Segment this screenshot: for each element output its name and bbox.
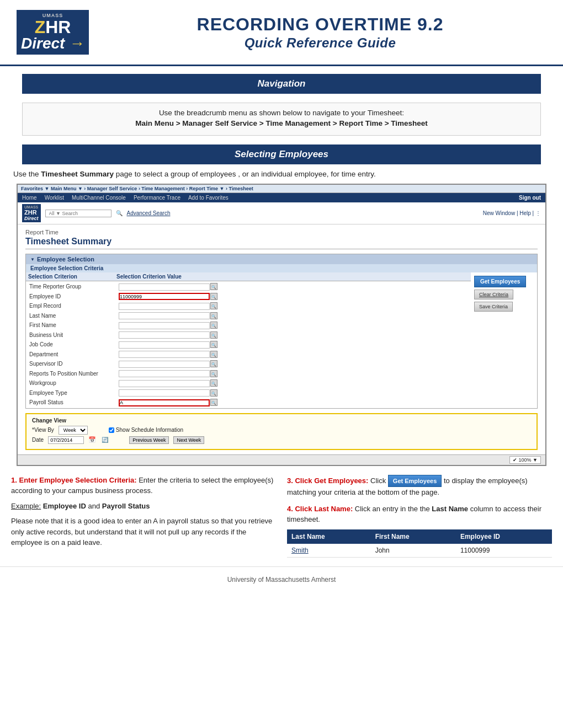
main-title: Recording Overtime 9.2	[94, 14, 546, 35]
nav-sign-out[interactable]: Sign out	[519, 195, 541, 201]
nav-desc: Use the breadcrumb menu as shown below t…	[34, 109, 529, 117]
app-searchbar: UMASS ZHR Direct 🔍 Advanced Search New W…	[18, 202, 545, 224]
criteria-value-payroll-status[interactable]: 🔍	[116, 398, 470, 407]
emp-last-name[interactable]: Smith	[287, 544, 371, 558]
search-icon-emp-type[interactable]: 🔍	[210, 389, 217, 397]
table-row: Employee Type 🔍	[27, 389, 470, 398]
criteria-value-job-code[interactable]: 🔍	[116, 340, 470, 349]
clear-criteria-button[interactable]: Clear Criteria	[474, 290, 513, 299]
table-row: Last Name 🔍	[27, 312, 470, 320]
view-by-row: *View By Week Show Schedule Information	[32, 426, 531, 435]
show-schedule-label: Show Schedule Information	[116, 427, 183, 433]
criteria-value-business-unit[interactable]: 🔍	[116, 331, 470, 340]
criteria-label-empl-record: Empl Record	[27, 302, 115, 311]
table-row: Payroll Status 🔍	[27, 398, 470, 407]
criteria-value-time-reporter[interactable]: 🔍	[116, 282, 470, 291]
magnifier-icon[interactable]: 🔍	[116, 210, 123, 216]
search-icon-empl-record[interactable]: 🔍	[210, 302, 217, 309]
header-title: Recording Overtime 9.2 Quick Reference G…	[94, 14, 546, 50]
select-section: Selecting Employees Use the Timesheet Su…	[11, 144, 552, 466]
emp-last-name-link[interactable]: Smith	[291, 547, 309, 554]
timesheet-summary-title: Timesheet Summary	[25, 237, 538, 249]
logo-zhr-text: ZHR	[35, 18, 71, 36]
emp-sel-subheader: Employee Selection Criteria	[26, 264, 537, 272]
search-icon-last-name[interactable]: 🔍	[210, 312, 217, 319]
new-window-link[interactable]: New Window | Help | ⋮	[483, 210, 541, 216]
collapse-icon[interactable]: ▼	[30, 257, 35, 262]
emp-table-col-empid: Employee ID	[456, 529, 552, 544]
search-icon-workgroup[interactable]: 🔍	[210, 379, 217, 387]
table-row: Business Unit 🔍	[27, 331, 470, 340]
step1-note: Please note that it is a good idea to en…	[11, 516, 276, 548]
criteria-label-payroll-status: Payroll Status	[27, 398, 115, 407]
nav-home[interactable]: Home	[22, 195, 37, 201]
table-row: Employee ID 🔍	[27, 292, 470, 301]
search-icon-first-name[interactable]: 🔍	[210, 322, 217, 329]
nav-perf-trace[interactable]: Performance Trace	[134, 195, 180, 201]
criteria-label-reports-to: Reports To Position Number	[27, 370, 115, 378]
emp-id-cell: 11000999	[456, 544, 552, 558]
logo-area: UMASS ZHR Direct →	[17, 10, 94, 55]
save-criteria-button[interactable]: Save Criteria	[474, 302, 513, 312]
criteria-value-reports-to[interactable]: 🔍	[116, 370, 470, 378]
show-schedule-checkbox[interactable]	[109, 427, 114, 433]
adv-search-link[interactable]: Advanced Search	[127, 210, 171, 216]
search-icon-time-reporter[interactable]: 🔍	[210, 283, 217, 290]
nav-content: Use the breadcrumb menu as shown below t…	[22, 103, 541, 136]
nav-banner: Navigation	[22, 74, 541, 94]
search-input[interactable]	[45, 210, 111, 217]
left-col: 1. Enter Employee Selection Criteria: En…	[11, 475, 276, 558]
zoom-badge[interactable]: ✔ 100% ▼	[509, 456, 541, 464]
criteria-value-emp-id[interactable]: 🔍	[116, 292, 470, 301]
step4-body: Click an entry in the	[355, 505, 418, 513]
refresh-icon[interactable]: 🔄	[102, 437, 108, 443]
date-label: Date	[32, 437, 44, 443]
next-week-button[interactable]: Next Week	[173, 436, 204, 444]
get-employees-button[interactable]: Get Employees	[474, 276, 526, 287]
nav-section: Navigation Use the breadcrumb menu as sh…	[11, 74, 552, 136]
search-icon-reports-to[interactable]: 🔍	[210, 370, 217, 377]
nav-worklist[interactable]: Worklist	[45, 195, 64, 201]
page-footer: University of Massachusetts Amherst	[0, 566, 563, 592]
nav-multichannel[interactable]: MultiChannel Console	[72, 195, 126, 201]
search-icon-payroll-status[interactable]: 🔍	[210, 399, 217, 406]
criteria-value-empl-record[interactable]: 🔍	[116, 302, 470, 311]
app-navbar: Home Worklist MultiChannel Console Perfo…	[18, 193, 545, 202]
criteria-buttons: Get Employees Clear Criteria Save Criter…	[471, 272, 537, 408]
criteria-value-last-name[interactable]: 🔍	[116, 312, 470, 320]
report-time-label: Report Time	[25, 229, 538, 235]
nav-add-fav[interactable]: Add to Favorites	[188, 195, 229, 201]
criteria-value-emp-type[interactable]: 🔍	[116, 389, 470, 398]
select-intro: Use the Timesheet Summary page to select…	[11, 170, 552, 178]
search-icon-emp-id[interactable]: 🔍	[210, 293, 217, 300]
col-header-value: Selection Criterion Value	[116, 274, 182, 280]
screenshot-area: Favorites ▼ Main Menu ▼ › Manager Self S…	[17, 184, 546, 466]
criteria-value-supervisor-id[interactable]: 🔍	[116, 360, 470, 368]
get-employees-inline-button[interactable]: Get Employees	[388, 475, 442, 488]
change-view-section: Change View *View By Week Show Schedule …	[25, 413, 538, 450]
search-icon-supervisor-id[interactable]: 🔍	[210, 360, 217, 367]
step1-title: Enter Employee Selection Criteria:	[19, 476, 139, 484]
criteria-label-department: Department	[27, 350, 115, 359]
date-input[interactable]	[48, 436, 84, 444]
step3-title: Click Get Employees:	[295, 476, 370, 484]
example-label: Example:	[11, 502, 41, 510]
search-icon-business-unit[interactable]: 🔍	[210, 331, 217, 339]
app-logo-small: UMASS ZHR Direct	[22, 204, 41, 222]
search-icon-job-code[interactable]: 🔍	[210, 341, 217, 348]
prev-week-button[interactable]: Previous Week	[129, 436, 169, 444]
step4-number: 4.	[287, 505, 293, 513]
criteria-label-emp-id: Employee ID	[27, 292, 115, 301]
step1-para: 1. Enter Employee Selection Criteria: En…	[11, 475, 276, 496]
logo-box: UMASS ZHR Direct →	[17, 10, 89, 55]
criteria-value-workgroup[interactable]: 🔍	[116, 379, 470, 388]
criteria-label-business-unit: Business Unit	[27, 331, 115, 340]
table-row: Workgroup 🔍	[27, 379, 470, 388]
criteria-value-department[interactable]: 🔍	[116, 350, 470, 359]
step1-example: Example: Employee ID and Payroll Status	[11, 501, 276, 512]
criteria-value-first-name[interactable]: 🔍	[116, 321, 470, 330]
calendar-icon[interactable]: 📅	[88, 436, 96, 443]
step3-body: Click	[370, 476, 386, 484]
view-by-select[interactable]: Week	[59, 426, 88, 435]
search-icon-department[interactable]: 🔍	[210, 351, 217, 358]
